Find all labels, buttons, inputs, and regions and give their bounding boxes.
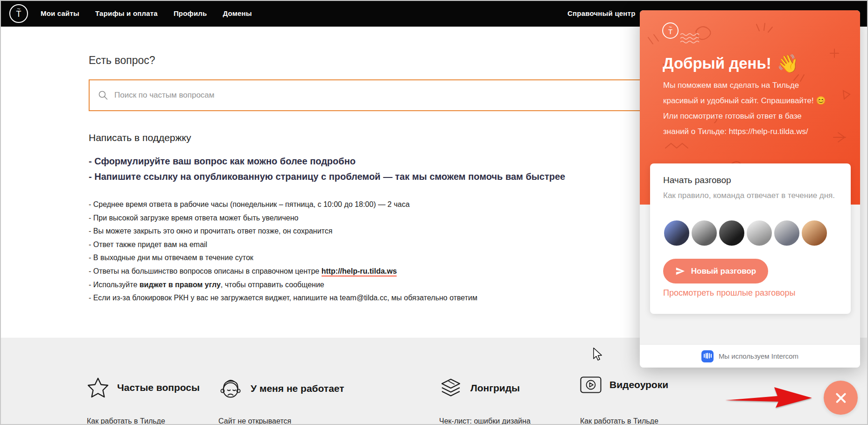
bold-point: - Напишите ссылку на опубликованную стра… xyxy=(89,170,565,183)
support-note: - Используйте виджет в правом углу, чтоб… xyxy=(89,278,477,292)
sad-face-icon xyxy=(218,376,243,401)
support-note: - Среднее время ответа в рабочие часы (п… xyxy=(89,198,477,212)
question-heading: Есть вопрос? xyxy=(89,54,155,67)
support-note: - Ответ также придет вам на email xyxy=(89,238,477,252)
bottom-link-video[interactable]: Видеоуроки xyxy=(609,379,668,390)
start-conversation-card: Начать разговор Как правило, команда отв… xyxy=(650,163,851,314)
tilda-help-page: ~ Т Мои сайты Тарифы и оплата Профиль До… xyxy=(0,0,868,425)
avatar xyxy=(691,220,718,247)
nav-item-tariffs[interactable]: Тарифы и оплата xyxy=(95,9,158,17)
nav-item-help-center[interactable]: Справочный центр xyxy=(567,9,636,17)
send-icon xyxy=(675,266,685,276)
bottom-card-faq: Частые вопросы xyxy=(87,376,200,399)
avatar xyxy=(801,220,828,247)
mouse-cursor-icon xyxy=(593,347,603,361)
avatar xyxy=(746,220,773,247)
team-avatars xyxy=(663,220,828,247)
intercom-footer-link[interactable]: Мы используем Intercom xyxy=(640,344,860,368)
bottom-card-not-working: У меня не работает xyxy=(218,376,344,401)
avatar xyxy=(718,220,745,247)
widget-close-button[interactable] xyxy=(824,381,858,415)
nav-menu: Мои сайты Тарифы и оплата Профиль Домены xyxy=(41,9,252,17)
support-bold-points: - Сформулируйте ваш вопрос как можно бол… xyxy=(89,155,565,186)
support-note: - В выходные дни мы отвечаем в течение с… xyxy=(89,251,477,265)
video-play-icon xyxy=(580,376,602,393)
support-note: - Если из-за блокировок РКН у вас не заг… xyxy=(89,291,477,305)
layers-icon xyxy=(439,376,462,400)
annotation-arrow-icon xyxy=(725,384,813,409)
nav-item-my-sites[interactable]: Мои сайты xyxy=(41,9,79,17)
bottom-link-longreads[interactable]: Лонгриды xyxy=(470,382,520,394)
widget-intro-text: Мы поможем вам сделать на Тильде красивы… xyxy=(663,78,827,139)
support-heading: Написать в поддержку xyxy=(89,132,191,143)
tilda-logo[interactable]: ~ Т xyxy=(9,4,28,23)
intercom-footer-label: Мы используем Intercom xyxy=(719,352,798,360)
past-conversations-link[interactable]: Просмотреть прошлые разговоры xyxy=(663,288,795,298)
wave-emoji: 👋 xyxy=(777,53,799,74)
widget-tilda-logo: ~ Т xyxy=(662,22,679,39)
intercom-chat-widget: ~ Т Добрый день!👋 Мы поможем вам сделать… xyxy=(640,10,860,368)
support-note: - При высокой загрузке время ответа може… xyxy=(89,212,477,225)
bottom-sublink-longreads[interactable]: Чек-лист: ошибки дизайна xyxy=(439,417,531,425)
bottom-sublink-faq[interactable]: Как работать в Тильде xyxy=(87,417,165,425)
support-note: - Ответы на большинство вопросов описаны… xyxy=(89,265,477,278)
bottom-sublink-not-working[interactable]: Сайт не открывается xyxy=(218,417,291,425)
card-title: Начать разговор xyxy=(663,175,731,185)
bottom-link-not-working[interactable]: У меня не работает xyxy=(251,383,344,394)
new-conversation-button[interactable]: Новый разговор xyxy=(663,259,768,283)
avatar xyxy=(663,220,690,247)
bold-point: - Сформулируйте ваш вопрос как можно бол… xyxy=(89,155,565,167)
tilda-logo-letter: Т xyxy=(16,10,21,18)
nav-item-profile[interactable]: Профиль xyxy=(174,9,207,17)
intercom-logo-icon xyxy=(701,350,714,362)
waves-icon xyxy=(680,32,700,45)
support-note: - Вы можете закрыть это окно и прочитать… xyxy=(89,225,477,238)
bottom-link-faq[interactable]: Частые вопросы xyxy=(117,382,200,393)
help-center-link[interactable]: http://help-ru.tilda.ws xyxy=(322,267,397,276)
bottom-card-longreads: Лонгриды xyxy=(439,376,520,400)
widget-greeting: Добрый день!👋 xyxy=(663,53,799,74)
support-notes-list: - Среднее время ответа в рабочие часы (п… xyxy=(89,198,477,305)
nav-item-domains[interactable]: Домены xyxy=(223,9,252,17)
avatar xyxy=(773,220,800,247)
search-icon xyxy=(98,90,108,100)
card-subtitle: Как правило, команда отвечает в течение … xyxy=(663,189,838,202)
bottom-card-video: Видеоуроки xyxy=(580,376,668,393)
bottom-sublink-video[interactable]: Как работать в Тильде xyxy=(580,417,658,425)
star-icon xyxy=(87,376,109,399)
